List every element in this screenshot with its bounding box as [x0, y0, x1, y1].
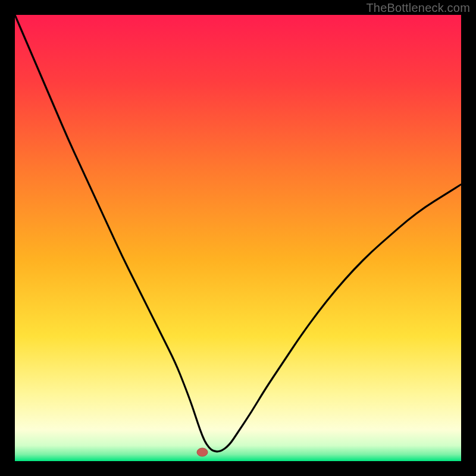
gradient-background [15, 15, 461, 461]
watermark-label: TheBottleneck.com [366, 1, 470, 15]
plot-area [15, 15, 461, 461]
optimal-point-marker [197, 448, 208, 456]
chart-frame: TheBottleneck.com [0, 0, 476, 476]
bottleneck-chart [15, 15, 461, 461]
